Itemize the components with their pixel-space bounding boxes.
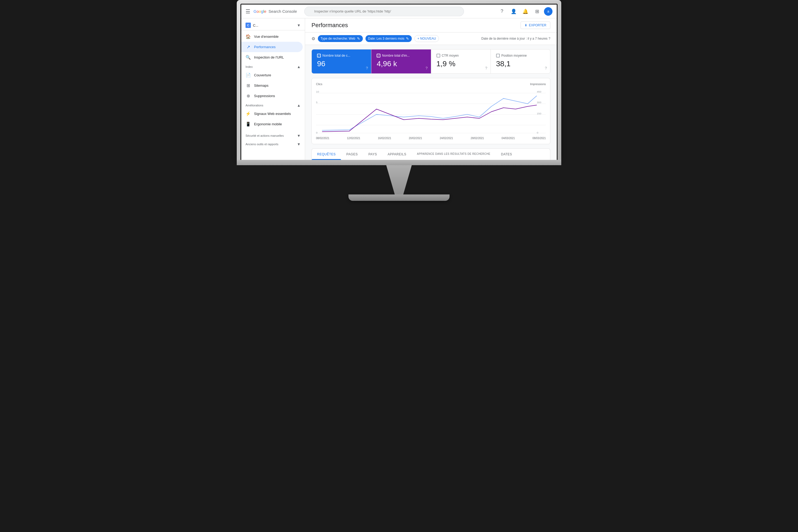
chart-container: Clics Impressions	[311, 78, 550, 144]
metric-checkbox-impressions: ✓	[377, 54, 380, 57]
metric-info-impressions[interactable]: ?	[425, 66, 428, 70]
ameliorations-section-label: Améliorations	[246, 104, 263, 107]
chart-date-3: 16/02/2021	[378, 137, 391, 140]
mobile-icon: 📱	[246, 121, 251, 127]
tab-pages[interactable]: PAGES	[341, 149, 363, 160]
notification-icon-btn[interactable]: 🔔	[520, 7, 530, 16]
sidebar-label-vue-ensemble: Vue d'ensemble	[254, 35, 279, 39]
apps-icon-btn[interactable]: ⊞	[532, 7, 542, 16]
index-chevron-icon[interactable]: ▲	[297, 65, 301, 69]
svg-text:5: 5	[316, 101, 318, 104]
metric-info-position[interactable]: ?	[545, 66, 547, 70]
tab-dates[interactable]: DATES	[496, 149, 517, 160]
suppress-icon: ⊗	[246, 93, 251, 98]
sidebar: C C... ▼ 🏠 Vue d'ensemble ↗	[241, 18, 305, 160]
monitor-frame: ☰ Google Search Console 🔍	[237, 0, 561, 160]
property-chevron-icon: ▼	[297, 23, 301, 27]
avatar-btn[interactable]: a	[544, 7, 552, 16]
sitemap-icon: ⊞	[246, 83, 251, 88]
metric-card-clics[interactable]: ✓ Nombre total de c... 96 ?	[312, 50, 371, 73]
menu-icon[interactable]: ☰	[246, 8, 250, 15]
chart-dates: 08/02/2021 12/02/2021 16/02/2021 20/02/2…	[316, 137, 546, 140]
people-icon-btn[interactable]: 👤	[509, 7, 518, 16]
svg-text:450: 450	[537, 91, 541, 93]
tab-requetes[interactable]: REQUÊTES	[312, 149, 341, 160]
screen-bezel: ☰ Google Search Console 🔍	[241, 4, 557, 160]
property-icon: C	[246, 23, 251, 28]
metric-card-position[interactable]: Position moyenne 38,1 ?	[491, 50, 550, 73]
tab-appareils[interactable]: APPAREILS	[382, 149, 412, 160]
new-filter-label: + NOUVEAU	[417, 37, 436, 40]
tab-apparence[interactable]: APPARENCE DANS LES RÉSULTATS DE RECHERCH…	[412, 149, 496, 160]
metric-label-ctr: CTR moyen	[442, 54, 459, 57]
date-info-help-icon[interactable]: ?	[549, 37, 550, 40]
filter-icon: ⚙	[311, 36, 315, 41]
metric-checkbox-ctr	[437, 54, 440, 57]
security-chevron-icon[interactable]: ▼	[297, 134, 301, 138]
sidebar-item-inspection-url[interactable]: 🔍 Inspection de l'URL	[241, 52, 303, 62]
chip-edit-icon-date: ✎	[406, 36, 409, 41]
sidebar-label-sitemaps: Sitemaps	[254, 83, 268, 88]
metric-label-clics: Nombre total de c...	[322, 54, 350, 57]
sidebar-item-performances[interactable]: ↗ Performances	[241, 42, 303, 52]
sidebar-label-performances: Performances	[254, 45, 276, 49]
export-button[interactable]: ⬇ EXPORTER	[520, 22, 550, 29]
main-layout: C C... ▼ 🏠 Vue d'ensemble ↗	[241, 18, 557, 160]
vitals-icon: ⚡	[246, 111, 251, 116]
filter-chip-search-type[interactable]: Type de recherche: Web ✎	[318, 35, 363, 42]
ameliorations-chevron-icon[interactable]: ▲	[297, 103, 301, 108]
metric-value-ctr: 1,9 %	[437, 60, 485, 68]
filter-chip-date[interactable]: Date: Les 3 derniers mois ✎	[365, 35, 412, 42]
topbar: ☰ Google Search Console 🔍	[241, 4, 557, 18]
svg-text:10: 10	[316, 91, 319, 93]
page-title: Performances	[311, 22, 348, 29]
property-name: C...	[253, 23, 295, 27]
chart-svg-wrapper: 10 5 0 450 300 150 0	[316, 88, 546, 136]
chip-edit-icon-search: ✎	[357, 36, 360, 41]
trending-icon: ↗	[246, 44, 251, 50]
sidebar-label-ergonomie: Ergonomie mobile	[254, 122, 282, 126]
svg-text:0: 0	[537, 131, 538, 134]
export-label: EXPORTER	[529, 23, 546, 27]
topbar-search-wrapper: 🔍	[304, 7, 464, 16]
metric-checkbox-position	[496, 54, 500, 57]
monitor-stand	[237, 160, 561, 201]
chart-date-2: 12/02/2021	[347, 137, 360, 140]
sidebar-item-sitemaps[interactable]: ⊞ Sitemaps	[241, 80, 303, 91]
sidebar-item-suppressions[interactable]: ⊗ Suppressions	[241, 91, 303, 101]
property-selector[interactable]: C C... ▼	[241, 20, 305, 30]
old-tools-section-label: Anciens outils et rapports	[246, 142, 279, 146]
sidebar-item-vue-ensemble[interactable]: 🏠 Vue d'ensemble	[241, 32, 303, 42]
sidebar-section-ameliorations: Améliorations ▲	[241, 101, 305, 109]
url-search-input[interactable]	[304, 7, 464, 16]
chart-date-6: 28/02/2021	[471, 137, 484, 140]
chart-date-8: 08/03/2021	[533, 137, 546, 140]
tab-pays[interactable]: PAYS	[363, 149, 382, 160]
metric-info-clics[interactable]: ?	[366, 66, 368, 70]
svg-text:150: 150	[537, 112, 541, 115]
sidebar-label-signaux: Signaux Web essentiels	[254, 112, 291, 116]
new-filter-button[interactable]: + NOUVEAU	[414, 35, 439, 42]
metric-card-ctr[interactable]: CTR moyen 1,9 % ?	[431, 50, 491, 73]
chart-date-4: 20/02/2021	[409, 137, 422, 140]
sidebar-item-ergonomie[interactable]: 📱 Ergonomie mobile	[241, 119, 303, 129]
svg-text:300: 300	[537, 101, 541, 104]
security-section-label: Sécurité et actions manuelles	[246, 134, 284, 137]
chart-date-1: 08/02/2021	[316, 137, 329, 140]
index-section-label: Index	[246, 65, 253, 68]
topbar-logo: Google Search Console	[253, 9, 297, 14]
help-icon-btn[interactable]: ?	[497, 7, 507, 16]
sidebar-item-signaux-web[interactable]: ⚡ Signaux Web essentiels	[241, 109, 303, 119]
monitor-wrapper: ☰ Google Search Console 🔍	[221, 0, 577, 201]
stand-top-bar	[237, 160, 561, 165]
sidebar-item-couverture[interactable]: 📄 Couverture	[241, 70, 303, 80]
metric-card-impressions[interactable]: ✓ Nombre total d'im... 4,96 k ?	[371, 50, 431, 73]
content-header: Performances ⬇ EXPORTER	[305, 18, 557, 33]
sidebar-label-couverture: Couverture	[254, 73, 271, 77]
chart-date-7: 04/03/2021	[502, 137, 515, 140]
sidebar-label-suppressions: Suppressions	[254, 94, 275, 98]
stand-base	[348, 194, 450, 201]
old-tools-chevron-icon[interactable]: ▼	[297, 142, 301, 146]
filter-chip-label-date: Date: Les 3 derniers mois	[368, 37, 404, 40]
metric-info-ctr[interactable]: ?	[485, 66, 487, 70]
